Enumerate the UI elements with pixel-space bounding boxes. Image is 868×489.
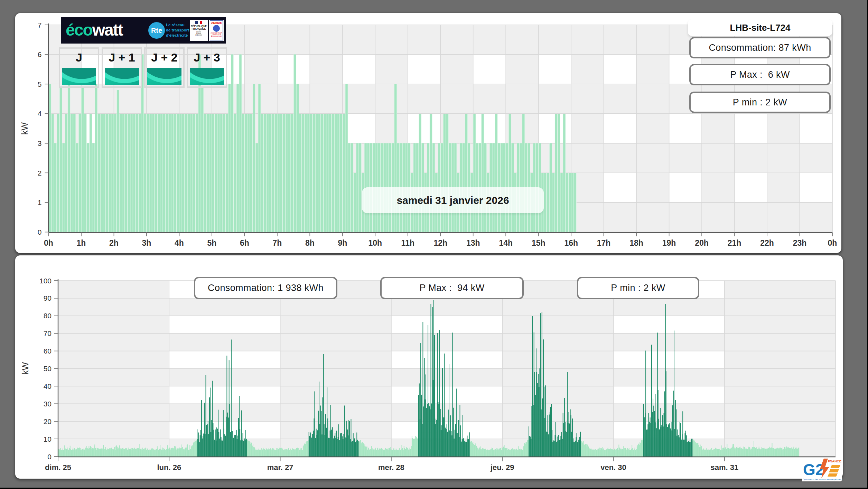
svg-text:jeu. 29: jeu. 29 bbox=[490, 463, 514, 472]
svg-text:Optimisation des ressources én: Optimisation des ressources énergétiques bbox=[803, 478, 841, 480]
svg-text:mar. 27: mar. 27 bbox=[267, 463, 293, 472]
svg-text:sam. 31: sam. 31 bbox=[710, 463, 738, 472]
svg-text:40: 40 bbox=[44, 382, 52, 390]
svg-text:G2: G2 bbox=[803, 461, 824, 479]
svg-text:20: 20 bbox=[44, 417, 52, 425]
svg-text:90: 90 bbox=[44, 294, 52, 302]
svg-text:FRANCE: FRANCE bbox=[828, 459, 841, 463]
svg-text:70: 70 bbox=[44, 329, 52, 337]
svg-text:0: 0 bbox=[47, 453, 52, 461]
svg-text:50: 50 bbox=[44, 365, 52, 373]
svg-text:mer. 28: mer. 28 bbox=[378, 463, 404, 472]
svg-text:ven. 30: ven. 30 bbox=[600, 463, 626, 472]
svg-text:lun. 26: lun. 26 bbox=[157, 463, 181, 472]
svg-text:60: 60 bbox=[44, 347, 52, 355]
svg-text:dim. 25: dim. 25 bbox=[45, 463, 71, 472]
svg-text:80: 80 bbox=[44, 312, 52, 320]
svg-text:30: 30 bbox=[44, 400, 52, 408]
svg-text:kW: kW bbox=[20, 362, 30, 375]
svg-text:100: 100 bbox=[39, 277, 52, 285]
svg-text:10: 10 bbox=[44, 435, 52, 443]
